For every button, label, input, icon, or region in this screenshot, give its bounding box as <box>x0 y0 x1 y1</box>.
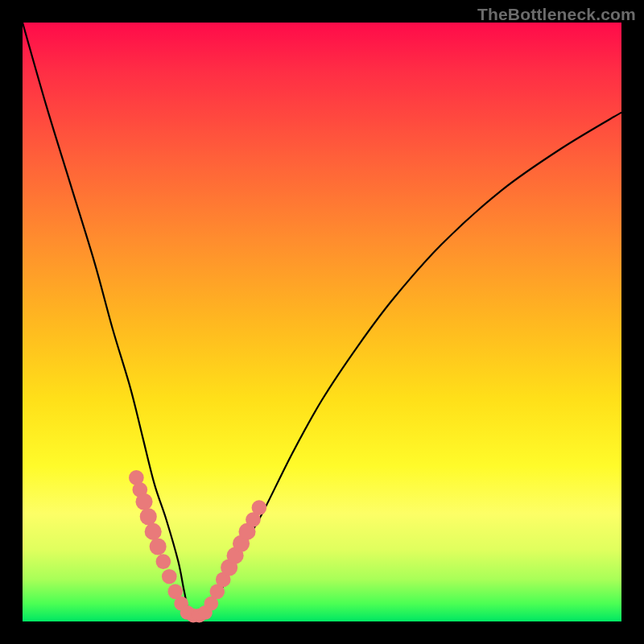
outer-frame: TheBottleneck.com <box>0 0 644 644</box>
plot-area <box>23 23 621 621</box>
sample-marker <box>145 523 162 540</box>
watermark-text: TheBottleneck.com <box>477 5 636 24</box>
sample-marker <box>162 569 177 584</box>
sample-marker <box>140 508 157 525</box>
marker-group <box>129 470 266 622</box>
bottleneck-curve <box>23 23 621 618</box>
curve-group <box>23 23 621 618</box>
chart-svg <box>23 23 621 621</box>
sample-marker <box>135 493 152 510</box>
sample-marker <box>252 500 267 515</box>
sample-marker <box>150 538 167 555</box>
sample-marker <box>156 554 171 569</box>
